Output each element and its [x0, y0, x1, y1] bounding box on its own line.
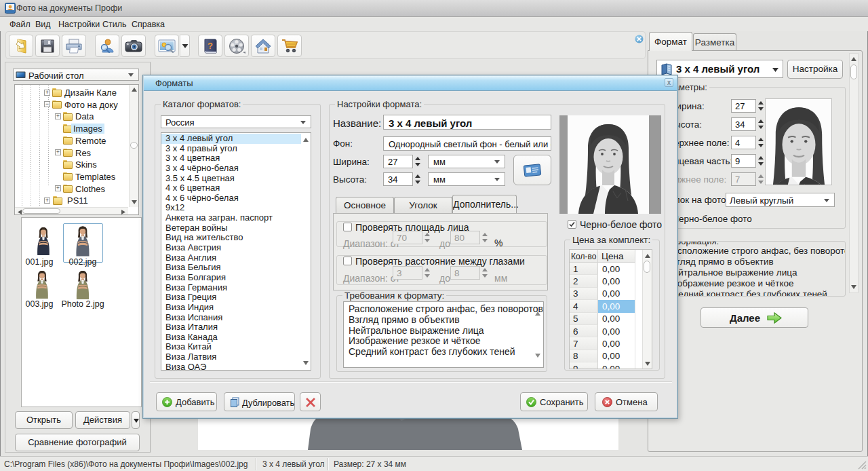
svg-text:?: ? — [208, 41, 213, 51]
